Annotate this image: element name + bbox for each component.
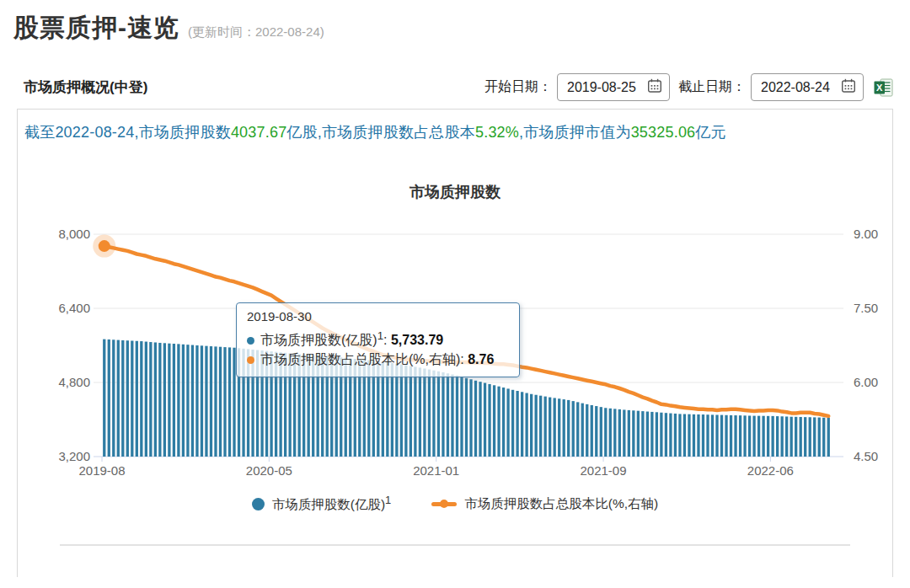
legend-line-marker: [431, 502, 457, 506]
y-axis-label-right: 4.50: [854, 449, 878, 463]
bar: [479, 382, 481, 457]
legend-item[interactable]: 市场质押股数(亿股)1: [252, 494, 392, 514]
bar: [600, 407, 602, 457]
bar: [554, 398, 556, 457]
chart-tooltip: 2019-08-30 市场质押股数(亿股)1: 5,733.79市场质押股数占总…: [236, 302, 520, 377]
bar: [656, 412, 658, 457]
bar: [693, 414, 695, 457]
tooltip-series-dot: [247, 356, 254, 364]
end-date-label: 截止日期：: [678, 78, 746, 96]
bar: [795, 417, 797, 457]
bar: [809, 417, 811, 457]
y-axis-label-left: 8,000: [58, 227, 90, 241]
bar: [460, 377, 463, 457]
bar: [195, 345, 198, 457]
tooltip-series-dot: [247, 337, 254, 345]
bar: [428, 370, 431, 457]
bar: [595, 406, 597, 457]
bar: [637, 411, 640, 457]
bar: [410, 366, 412, 457]
end-date-value: 2022-08-24: [761, 80, 830, 95]
bar: [456, 376, 458, 457]
bar: [650, 412, 653, 457]
bar: [702, 414, 704, 457]
bar: [618, 409, 621, 457]
bar: [572, 401, 575, 457]
bar: [511, 390, 514, 457]
x-axis-label: 2020-05: [246, 463, 292, 478]
stock-pledge-page: 股票质押-速览 (更新时间：2022-08-24) 市场质押概况(中登) 开始日…: [0, 0, 910, 588]
bar: [604, 408, 607, 457]
summary-number: 4037.67: [231, 124, 286, 141]
bar: [706, 414, 709, 457]
bar: [591, 405, 593, 457]
start-date-input[interactable]: 2019-08-25: [557, 73, 670, 101]
bar: [715, 415, 718, 457]
bar: [493, 385, 495, 457]
calendar-icon[interactable]: [647, 78, 662, 97]
bar: [613, 409, 616, 457]
bar: [488, 384, 490, 457]
bar: [140, 341, 142, 457]
bar: [767, 416, 769, 457]
bar: [567, 400, 570, 457]
bar: [822, 418, 825, 457]
bar: [776, 416, 779, 457]
y-axis-label-right: 6.00: [854, 375, 878, 389]
excel-export-icon[interactable]: X: [874, 78, 893, 97]
page-title: 股票质押-速览: [13, 11, 179, 45]
bar: [223, 347, 226, 457]
bar: [725, 415, 727, 457]
x-axis-label: 2021-09: [581, 463, 627, 478]
end-date-input[interactable]: 2022-08-24: [751, 73, 864, 101]
bar: [586, 404, 588, 457]
y-axis-label-left: 3,200: [58, 449, 90, 463]
bar: [163, 343, 166, 457]
calendar-icon[interactable]: [841, 78, 856, 97]
bar: [558, 398, 560, 457]
bar: [748, 415, 751, 457]
bar: [191, 345, 194, 457]
bar: [780, 416, 783, 457]
summary-number: 35325.06: [631, 124, 696, 141]
bar: [506, 388, 509, 457]
bar: [530, 394, 533, 457]
bar: [112, 339, 115, 457]
bar: [739, 415, 741, 457]
market-pledge-panel: 截至2022-08-24,市场质押股数4037.67亿股,市场质押股数占总股本5…: [17, 109, 893, 577]
section-title: 市场质押概况(中登): [17, 78, 147, 97]
legend-item[interactable]: 市场质押股数占总股本比(%,右轴): [431, 495, 658, 513]
bar: [800, 417, 802, 457]
bar: [720, 415, 723, 457]
bar: [149, 342, 152, 457]
bar: [757, 416, 760, 457]
bar: [539, 396, 542, 457]
bar: [683, 414, 686, 457]
bar: [771, 416, 774, 457]
bar: [762, 416, 764, 457]
bar: [818, 418, 821, 457]
bar: [168, 344, 170, 457]
bar: [623, 409, 625, 457]
bar: [734, 415, 736, 457]
bar: [154, 342, 157, 457]
bar: [451, 375, 453, 457]
bar: [549, 398, 551, 457]
y-axis-label-right: 7.50: [854, 301, 878, 315]
summary-text: 截至2022-08-24,市场质押股数4037.67亿股,市场质押股数占总股本5…: [24, 122, 886, 142]
bar: [437, 372, 440, 457]
bar: [404, 366, 407, 457]
summary-segment: 截至2022-08-24,市场质押股数: [24, 124, 231, 141]
bar: [669, 414, 672, 457]
tooltip-row: 市场质押股数(亿股)1: 5,733.79: [247, 326, 509, 350]
bar: [158, 343, 161, 457]
bar: [688, 414, 690, 457]
bar: [395, 364, 398, 457]
section-bar: 市场质押概况(中登) 开始日期： 2019-08-25 截止日期： 2022-0…: [17, 73, 893, 101]
chart-legend: 市场质押股数(亿股)1市场质押股数占总股本比(%,右轴): [18, 494, 892, 514]
bar: [186, 345, 189, 457]
bar: [521, 392, 523, 457]
bar: [201, 345, 203, 457]
bar: [469, 379, 472, 457]
bar: [145, 342, 147, 457]
